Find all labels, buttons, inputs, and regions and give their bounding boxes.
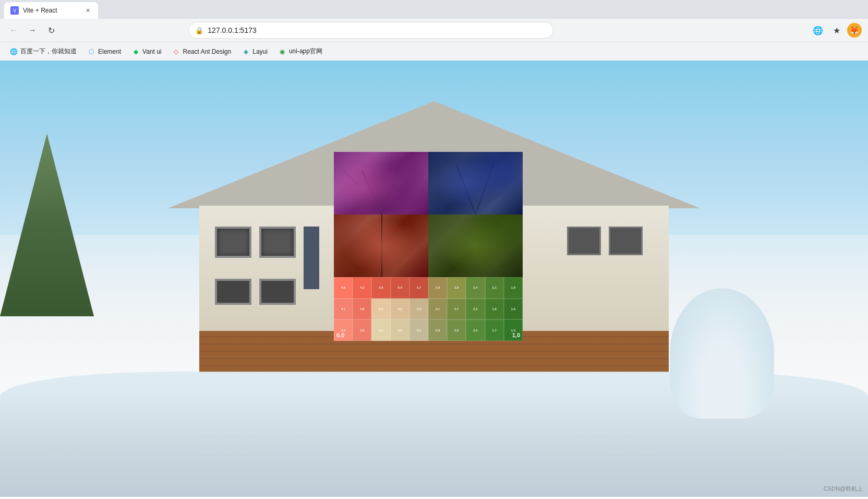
heatmap-cell-value: 4.3: [417, 307, 421, 311]
heatmap-cell-value: 2.0: [473, 329, 477, 332]
shutters: [304, 227, 319, 289]
snow-track-1: [31, 450, 816, 466]
heatmap-cell: 1.7: [485, 319, 504, 341]
heatmap-cell: 3.5: [353, 319, 371, 341]
heatmap-section: 4.64.23.55.43.73.32.82.42.11.84.13.93.24…: [334, 277, 523, 341]
window-6: [609, 227, 643, 255]
quad-mr-texture: [428, 215, 523, 277]
address-bar[interactable]: 🔒: [188, 22, 553, 39]
profile-avatar[interactable]: 🦊: [847, 23, 862, 38]
heatmap-cell-value: 3.5: [379, 286, 383, 289]
svg-line-2: [343, 171, 362, 189]
windows-left-bottom: [215, 279, 296, 305]
uni-app-favicon: ◉: [278, 47, 286, 56]
baidu-favicon: 🌐: [9, 47, 18, 56]
heatmap-cell: 2.1: [485, 277, 504, 299]
heatmap-cell-value: 3.9: [360, 307, 364, 311]
tab-strip: V Vite + React ✕: [0, 0, 868, 19]
quadrant-top-left: [334, 152, 428, 215]
heatmap-cell-value: 3.1: [436, 307, 440, 311]
window-3: [215, 279, 251, 305]
heatmap-cell-value: 2.7: [454, 307, 459, 311]
window-2: [259, 227, 296, 258]
svg-line-1: [381, 164, 400, 215]
heatmap-cell-value: 2.8: [454, 286, 459, 289]
heatmap-cell-value: 3.3: [436, 286, 440, 289]
heatmap-cell-value: 4.2: [360, 286, 364, 289]
heatmap-grid: 4.64.23.55.43.73.32.82.42.11.84.13.93.24…: [334, 277, 523, 341]
tab-favicon: V: [10, 6, 19, 15]
heatmap-cell: 2.2: [466, 299, 485, 320]
heatmap-cell: 2.7: [447, 299, 466, 320]
heatmap-cell-value: 3.5: [360, 329, 364, 332]
heatmap-cell: 3.0: [371, 319, 390, 341]
heatmap-cell-value: 1.0: [511, 329, 515, 332]
window-5: [567, 227, 601, 255]
bookmark-element[interactable]: ⬡ Element: [83, 45, 125, 58]
reload-button[interactable]: ↻: [44, 23, 58, 38]
quad-tl-svg: [334, 152, 428, 215]
heatmap-cell-value: 1.9: [492, 307, 497, 311]
bookmark-vant-ui[interactable]: ◆ Vant ui: [127, 45, 165, 58]
heatmap-cell: 4.3: [409, 299, 428, 320]
svg-line-7: [476, 161, 495, 215]
react-ant-favicon: ◇: [172, 47, 180, 56]
bookmark-uni-app[interactable]: ◉ uni-app官网: [274, 45, 327, 58]
shutter-left: [304, 227, 319, 289]
forward-button[interactable]: →: [25, 23, 40, 38]
quadrant-middle-right: [428, 215, 523, 277]
heatmap-cell: 4.0: [409, 319, 428, 341]
navigation-bar: ← → ↻ 🔒 🌐 ★ 🦊: [0, 19, 868, 42]
vant-favicon: ◆: [131, 47, 140, 56]
window-4: [259, 279, 296, 305]
bookmarks-bar: 🌐 百度一下，你就知道 ⬡ Element ◆ Vant ui ◇ React …: [0, 42, 868, 61]
heatmap-cell: 5.4: [391, 277, 409, 299]
active-tab[interactable]: V Vite + React ✕: [4, 2, 98, 19]
translate-button[interactable]: 🌐: [810, 22, 826, 39]
tab-close-button[interactable]: ✕: [83, 6, 92, 15]
bookmark-baidu[interactable]: 🌐 百度一下，你就知道: [5, 45, 81, 58]
url-input[interactable]: [208, 26, 547, 34]
heatmap-cell: 2.5: [447, 319, 466, 341]
quadrant-top-right: [428, 152, 523, 215]
heatmap-cell-value: 4.1: [341, 307, 345, 311]
heatmap-cell: 4.6: [334, 277, 353, 299]
bookmark-button[interactable]: ★: [828, 22, 845, 39]
quad-tr-texture: [428, 152, 523, 215]
element-favicon: ⬡: [87, 47, 95, 56]
layui-favicon: ◈: [242, 47, 250, 56]
heatmap-cell: 2.0: [466, 319, 485, 341]
heatmap-cell-value: 3.7: [417, 286, 421, 289]
toolbar-right: 🌐 ★ 🦊: [810, 22, 862, 39]
heatmap-cell: 3.1: [428, 299, 447, 320]
windows-left: [215, 227, 296, 258]
heatmap-cell-value: 2.1: [492, 286, 497, 289]
heatmap-cell: 3.3: [428, 277, 447, 299]
heatmap-cell-value: 1.8: [511, 286, 515, 289]
heatmap-cell: 4.8: [391, 299, 409, 320]
heatmap-cell-value: 1.6: [511, 307, 515, 311]
svg-line-8: [442, 168, 461, 189]
svg-line-5: [391, 174, 409, 193]
svg-line-9: [490, 164, 509, 186]
heatmap-cell: 4.1: [334, 299, 353, 320]
heatmap-cell: 1.6: [504, 299, 523, 320]
main-content: 4.64.23.55.43.73.32.82.42.11.84.13.93.24…: [0, 61, 868, 497]
baidu-label: 百度一下，你就知道: [20, 47, 77, 56]
composite-image-overlay: 4.64.23.55.43.73.32.82.42.11.84.13.93.24…: [334, 152, 523, 341]
heatmap-cell-value: 4.0: [417, 329, 421, 332]
quad-ml-texture: [334, 215, 428, 277]
heatmap-label-right: 1,0: [512, 332, 520, 338]
heatmap-cell: 3.7: [409, 277, 428, 299]
react-ant-label: React Ant Design: [183, 48, 232, 55]
back-button[interactable]: ←: [6, 23, 21, 38]
lock-icon: 🔒: [195, 27, 203, 34]
heatmap-cell-value: 2.9: [436, 329, 440, 332]
heatmap-cell-value: 2.5: [454, 329, 459, 332]
heatmap-cell-value: 3.2: [379, 307, 383, 311]
bookmark-layui[interactable]: ◈ Layui: [237, 45, 272, 58]
bookmark-react-ant-design[interactable]: ◇ React Ant Design: [168, 45, 236, 58]
heatmap-cell-value: 3.8: [341, 329, 345, 332]
layui-label: Layui: [252, 48, 268, 55]
svg-line-0: [362, 171, 381, 215]
